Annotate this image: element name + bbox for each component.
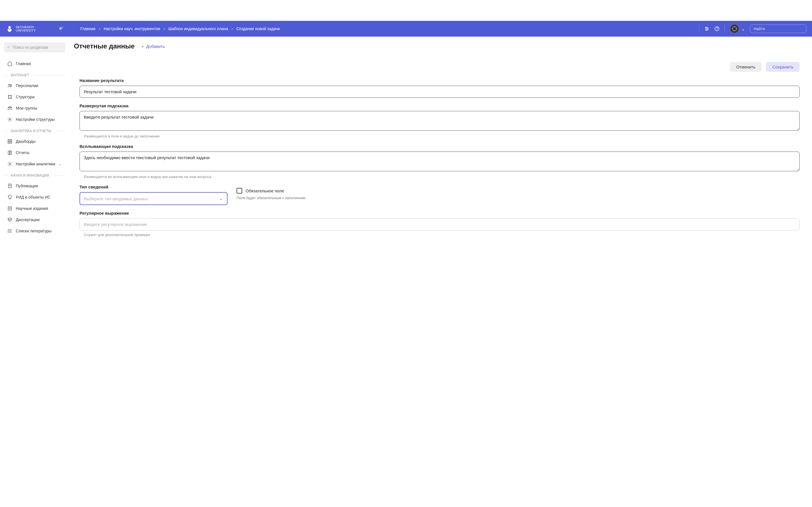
header-search[interactable]: [750, 24, 806, 33]
sidebar: Главная ИНТРАНЕТ Персоналии Структура Мо…: [0, 37, 69, 256]
form-group-popup-hint: Всплывающая подсказка Размещается во всп…: [80, 144, 800, 179]
structure-icon: [7, 94, 12, 100]
nav-section-science: НАУКА И ИННОВАЦИИ: [4, 170, 65, 180]
form-group-result-name: Название результата: [80, 78, 800, 98]
sidebar-item-reports[interactable]: Отчеты: [4, 147, 65, 158]
svg-point-13: [8, 47, 9, 48]
select-data-type[interactable]: Выберите тип вводимых данных ⌄: [80, 192, 227, 205]
sidebar-search[interactable]: [4, 42, 65, 52]
page-title: Отчетные данные: [74, 42, 135, 50]
sidebar-item-dashboards[interactable]: Дашборды: [4, 136, 65, 147]
label-data-type: Тип сведений: [80, 184, 227, 189]
form-group-data-type: Тип сведений Выберите тип вводимых данны…: [80, 184, 227, 205]
svg-point-23: [11, 107, 12, 108]
breadcrumb-item[interactable]: Настройки науч. инструментов: [104, 26, 160, 31]
nav-section-intranet: ИНТРАНЕТ: [4, 69, 65, 80]
checkbox-required-wrap: Обязательное поле: [237, 188, 800, 193]
sidebar-item-personnel[interactable]: Персоналии: [4, 80, 65, 91]
svg-point-39: [8, 230, 8, 230]
checkbox-required[interactable]: [237, 188, 242, 193]
user-menu[interactable]: ⌄: [730, 24, 745, 33]
chevron-right-icon: ›: [99, 26, 100, 31]
gear-icon: [7, 161, 12, 166]
sidebar-item-dissertations[interactable]: Диссертации: [4, 214, 65, 225]
form-card: Отменить Сохранить Название результата Р…: [71, 56, 808, 250]
gear-icon: [7, 117, 12, 122]
label-regex: Регулярное выражение: [80, 211, 800, 216]
label-result-name: Название результата: [80, 78, 800, 83]
form-group-expanded-hint: Развернутая подсказка Размещается в поле…: [80, 103, 800, 138]
breadcrumb: Главная › Настройки науч. инструментов ›…: [80, 26, 693, 31]
sidebar-item-structure-settings[interactable]: Настройки структуры: [4, 114, 65, 125]
sidebar-item-publications[interactable]: Публикации: [4, 180, 65, 191]
chevron-right-icon: ›: [163, 26, 165, 31]
svg-line-14: [9, 48, 10, 48]
svg-point-24: [9, 119, 11, 120]
sidebar-search-input[interactable]: [13, 45, 62, 50]
plus-icon: +: [142, 44, 144, 49]
svg-point-22: [8, 107, 9, 108]
document-icon: [7, 183, 12, 188]
add-button[interactable]: + Добавить: [142, 44, 165, 49]
svg-point-17: [8, 95, 9, 96]
svg-point-10: [733, 27, 736, 30]
sidebar-item-rid[interactable]: РИД и объекты ИС: [4, 191, 65, 203]
search-icon: [7, 45, 10, 50]
list-icon: [7, 228, 12, 233]
svg-point-18: [11, 95, 11, 96]
header-actions: ⌄: [699, 24, 806, 33]
sidebar-item-scientific-publications[interactable]: Научные издания: [4, 203, 65, 214]
sidebar-item-bibliography[interactable]: Списки литературы: [4, 225, 65, 237]
svg-point-0: [8, 26, 11, 29]
nav-section-analytics: АНАЛИТИКА И ОТЧЕТЫ: [4, 125, 65, 136]
label-popup-hint: Всплывающая подсказка: [80, 144, 800, 149]
checkbox-required-label: Обязательное поле: [246, 188, 284, 193]
svg-point-8: [717, 30, 717, 30]
breadcrumb-item[interactable]: Шаблон индивидуального плана: [168, 26, 228, 31]
input-result-name[interactable]: [80, 86, 800, 98]
logo[interactable]: SECHENOVUNIVERSITY: [6, 25, 36, 33]
hint-regex: Служит для дополнительной проверки: [80, 233, 800, 237]
svg-point-41: [8, 232, 8, 233]
page-header: Отчетные данные + Добавить: [71, 42, 808, 50]
group-icon: [7, 106, 12, 111]
pin-icon[interactable]: [58, 25, 63, 32]
hint-required: Поле будет обязательным к заполнению: [237, 196, 800, 200]
dashboard-icon: [7, 139, 12, 144]
input-regex[interactable]: [80, 218, 800, 230]
svg-point-4: [706, 27, 707, 28]
sidebar-item-structure[interactable]: Структура: [4, 91, 65, 103]
help-icon[interactable]: [714, 26, 719, 31]
logo-icon: [6, 25, 13, 33]
svg-rect-25: [8, 139, 9, 141]
svg-rect-26: [10, 139, 12, 141]
sidebar-item-groups[interactable]: Мои группы: [4, 103, 65, 114]
breadcrumb-item[interactable]: Создание новой задачи: [236, 26, 280, 31]
textarea-popup-hint[interactable]: [80, 152, 800, 171]
newspaper-icon: [7, 206, 12, 211]
svg-point-5: [707, 29, 708, 29]
sidebar-item-home[interactable]: Главная: [4, 58, 65, 69]
svg-point-20: [11, 98, 11, 99]
sidebar-item-analytics-settings[interactable]: Настройки аналитики⌄: [4, 158, 65, 170]
save-button[interactable]: Сохранить: [766, 62, 800, 72]
svg-point-40: [8, 231, 8, 231]
cancel-button[interactable]: Отменить: [730, 62, 762, 72]
chevron-down-icon: ⌄: [219, 196, 223, 201]
top-header: SECHENOVUNIVERSITY Главная › Настройки н…: [0, 21, 812, 37]
svg-rect-27: [8, 142, 9, 144]
home-icon: [7, 61, 12, 66]
lightbulb-icon: [7, 194, 12, 200]
svg-point-19: [8, 98, 9, 99]
form-group-regex: Регулярное выражение Служит для дополнит…: [80, 211, 800, 237]
chevron-right-icon: ›: [232, 26, 233, 31]
breadcrumb-item[interactable]: Главная: [80, 26, 95, 31]
svg-point-15: [9, 84, 10, 86]
svg-point-21: [9, 107, 11, 108]
header-search-input[interactable]: [754, 26, 803, 31]
users-icon: [7, 83, 12, 88]
settings-sliders-icon[interactable]: [704, 26, 709, 31]
chevron-down-icon: ⌄: [741, 26, 745, 32]
textarea-expanded-hint[interactable]: [80, 111, 800, 131]
card-actions: Отменить Сохранить: [80, 62, 800, 72]
